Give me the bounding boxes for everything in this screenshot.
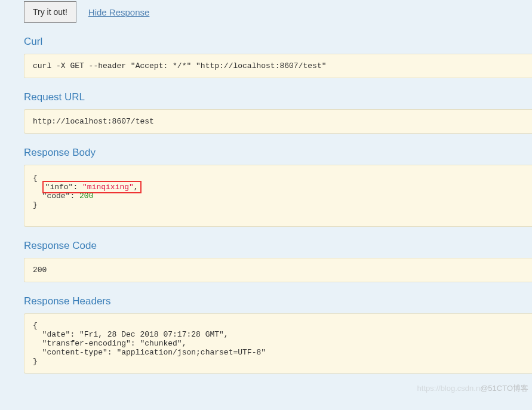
json-info-key: "info" bbox=[45, 183, 73, 192]
request-url-title: Request URL bbox=[24, 91, 532, 103]
json-code-value: 200 bbox=[79, 192, 93, 201]
try-it-out-button[interactable]: Try it out! bbox=[24, 1, 76, 23]
response-body-content: { "info": "minqixing", "code": 200 } bbox=[24, 165, 532, 227]
response-code-title: Response Code bbox=[24, 240, 532, 252]
response-headers-title: Response Headers bbox=[24, 295, 532, 307]
watermark-faint: https://blog.csdn.n bbox=[417, 384, 481, 393]
json-info-value: "minqixing" bbox=[82, 183, 134, 192]
response-headers-content: { "date": "Fri, 28 Dec 2018 07:17:28 GMT… bbox=[24, 313, 532, 374]
curl-title: Curl bbox=[24, 36, 532, 48]
hide-response-link[interactable]: Hide Response bbox=[88, 7, 150, 17]
curl-content: curl -X GET --header "Accept: */*" "http… bbox=[24, 54, 532, 78]
response-code-content: 200 bbox=[24, 258, 532, 282]
response-body-title: Response Body bbox=[24, 147, 532, 159]
json-brace-close: } bbox=[33, 201, 38, 209]
watermark: https://blog.csdn.n@51CTO博客 bbox=[417, 383, 528, 394]
watermark-main: @51CTO博客 bbox=[480, 384, 528, 393]
json-code-key: "code" bbox=[42, 192, 70, 201]
action-row: Try it out! Hide Response bbox=[24, 0, 532, 23]
json-brace-open: { bbox=[33, 174, 38, 183]
request-url-content: http://localhost:8607/test bbox=[24, 109, 532, 134]
